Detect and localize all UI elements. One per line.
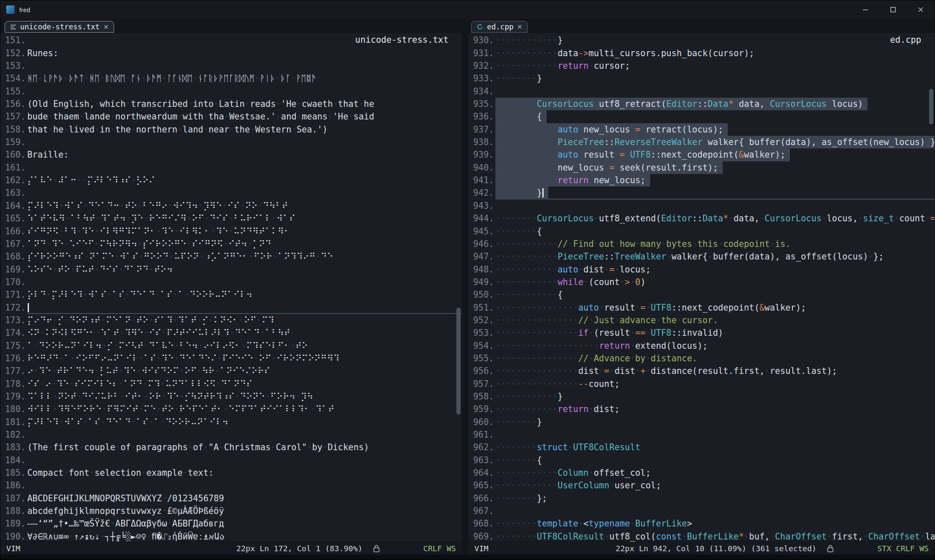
code-line[interactable]: 185.Compact·font·selection·example·text:	[0, 467, 462, 479]
code-line[interactable]: 168.⡎⠊⠗⠕⠕⠛⠑⠰⠎·⠝⠁⠍⠑·⠺⠁⠎·⠛⠕⠕⠙·⠥⠏⠕⠝·⠰⡡⠁⠝⠛⠑⠂…	[0, 250, 462, 263]
code-line[interactable]: 930.············}	[469, 34, 935, 47]
code-line[interactable]: 189.–—‘“”„†•…‰™œŠŸž€·ΑΒΓΔΩαβγδω·АБВГДабв…	[0, 517, 462, 530]
code-line[interactable]: 968.········template·<typename·BufferLik…	[469, 517, 935, 530]
close-button[interactable]	[907, 0, 935, 19]
minimize-button[interactable]	[852, 0, 879, 19]
tab-unicode-stress[interactable]: unicode-stress.txt	[5, 21, 114, 33]
code-line[interactable]: 966.········};	[469, 492, 935, 505]
code-line[interactable]: 155.	[0, 85, 462, 98]
code-line[interactable]: 187.ABCDEFGHIJKLMNOPQRSTUVWXYZ·/01234567…	[0, 492, 462, 505]
code-line[interactable]: 176.⠗⠑⠛⠜⠙·⠁·⠊⠕⠋⠋⠔⠤⠝⠁⠊⠇·⠁⠎·⠹⠑·⠙⠑⠁⠙⠑⠌·⠏⠊⠑⠊…	[0, 352, 462, 365]
code-line[interactable]: 941.············return·new_locus;	[469, 174, 935, 187]
code-line[interactable]: 942.········}	[469, 187, 935, 199]
code-line[interactable]: 186.	[0, 479, 462, 492]
code-line[interactable]: 951.················auto·result·=·UTF8::…	[469, 301, 935, 314]
code-line[interactable]: 182.	[0, 428, 462, 441]
editor-pane-code[interactable]: ed.cpp 929.················data->multi_c…	[469, 33, 935, 542]
scrollbar-thumb[interactable]	[929, 89, 933, 124]
code-line[interactable]: 180.⠺⠊⠇⠇·⠹⠻⠑⠋⠕⠗⠑·⠏⠻⠍⠊⠞·⠍⠑·⠞⠕·⠗⠑⠏⠑⠁⠞⠂·⠑⠍⠏…	[0, 403, 462, 415]
code-line[interactable]: 944.········CursorLocus·utf8_extend(Edit…	[469, 212, 935, 225]
code-line[interactable]: 948.············auto·dist·=·locus;	[469, 263, 935, 276]
code-line[interactable]: 961.	[469, 428, 935, 441]
code-line[interactable]: 183.(The·first·couple·of·paragraphs·of·"…	[0, 441, 462, 454]
scrollbar-thumb[interactable]	[456, 308, 461, 415]
code-line[interactable]: 956.················dist·=·dist·+·distan…	[469, 365, 935, 377]
code-line[interactable]: 184.	[0, 454, 462, 467]
code-line[interactable]: 946.············//·Find·out·how·many·byt…	[469, 238, 935, 250]
maximize-button[interactable]	[879, 0, 907, 19]
code-line[interactable]: 181.⡍⠜⠇⠑⠹·⠺⠁⠎·⠁⠎·⠙⠑⠁⠙·⠁⠎·⠁·⠙⠕⠕⠗⠤⠝⠁⠊⠇⠲	[0, 416, 462, 428]
code-line[interactable]: 969.········UTF8ColResult·utf8_col(const…	[469, 530, 935, 542]
code-line[interactable]: 171.⡕⠇⠙·⡍⠜⠇⠑⠹·⠺⠁⠎·⠁⠎·⠙⠑⠁⠙·⠁⠎·⠁·⠙⠕⠕⠗⠤⠝⠁⠊⠇…	[0, 288, 462, 301]
code-line[interactable]: 937.············auto·new_locus·=·retract…	[469, 123, 935, 136]
close-icon[interactable]	[517, 24, 522, 29]
code-line[interactable]: 936.········{	[469, 110, 935, 123]
code-line[interactable]: 154.ᚻᛖ·ᚳᚹᚫᚦ·ᚦᚫᛏ·ᚻᛖ·ᛒᚢᛞᛖ·ᚩᚾ·ᚦᚫᛗ·ᛚᚪᚾᛞᛖ·ᚾᚩᚱ…	[0, 72, 462, 85]
scrollbar[interactable]	[455, 33, 462, 542]
code-line[interactable]: 167.⠁⠝⠙·⠹⠑·⠡⠊⠑⠋·⠍⠳⠗⠝⠻⠲·⡎⠊⠗⠕⠕⠛⠑·⠎⠊⠛⠝⠫·⠊⠞⠲…	[0, 238, 462, 250]
code-line[interactable]: 964.············Column·offset_col;	[469, 467, 935, 479]
code-line[interactable]: 934.	[469, 85, 935, 98]
code-line[interactable]: 932.············return·cursor;	[469, 60, 935, 72]
code-line[interactable]: 174.⠪⠝·⠅⠝⠪⠇⠫⠛⠑⠂·⠱⠁⠞·⠹⠻⠑·⠊⠎·⠏⠜⠞⠊⠊⠥⠇⠜⠇⠹·⠙⠑…	[0, 327, 462, 339]
code-line[interactable]: 960.········}	[469, 416, 935, 428]
editor-pane-text[interactable]: unicode-stress.txt 150.ვეფხის·ტყაოსანი·შ…	[0, 33, 462, 542]
code-line[interactable]: 967.	[469, 505, 935, 517]
code-line[interactable]: 175.⠁·⠙⠕⠕⠗⠤⠝⠁⠊⠇⠲·⡊·⠍⠊⠣⠞·⠙⠁⠧⠑·⠃⠑⠲·⠔⠊⠇⠔⠫⠂·…	[0, 340, 462, 352]
code-line[interactable]: 939.············auto·result·=·UTF8::next…	[469, 148, 935, 161]
code-line[interactable]: 170.	[0, 276, 462, 288]
code-line[interactable]: 965.············UserColumn·user_col;	[469, 479, 935, 492]
code-line[interactable]: 173.⡍⠔⠙⠖·⡊·⠙⠕⠝⠰⠞·⠍⠑⠁⠝·⠞⠕·⠎⠁⠹·⠹⠁⠞·⡊·⠅⠝⠪⠂·…	[0, 314, 462, 327]
code-line[interactable]: 152.Runes:	[0, 47, 462, 60]
code-line[interactable]: 172.	[0, 301, 462, 314]
code-line[interactable]: 943.	[469, 200, 935, 212]
line-number: 173.	[0, 314, 27, 327]
line-number: 953.	[469, 327, 495, 339]
code-line[interactable]: 178.⠊⠎·⠔·⠹⠑·⠎⠊⠍⠊⠇⠑⠆·⠁⠝⠙·⠍⠹·⠥⠝⠙⠁⠇⠇⠪⠫·⠙⠁⠝⠙…	[0, 378, 462, 390]
code-line[interactable]: 157.bude·thaem·lande·northweardum·with·t…	[0, 110, 462, 123]
code-line[interactable]: 190.∀∂∈ℝ∧∪≡∞·↑↗↨↻⇣·┐┼╔╘░►☺♀·ﬁ�⑀₂ἠḂӥẄɐː⍎א…	[0, 530, 462, 542]
code-line[interactable]: 945.········{	[469, 225, 935, 238]
code-line[interactable]: 947.············PieceTree::TreeWalker·wa…	[469, 250, 935, 263]
code-line[interactable]: 959.············return·dist;	[469, 403, 935, 415]
code-line[interactable]: 952.················//·Just·advance·the·…	[469, 314, 935, 327]
code-line[interactable]: 938.············PieceTree::ReverseTreeWa…	[469, 136, 935, 148]
code-line[interactable]: 163.	[0, 187, 462, 199]
code-line[interactable]: 164.⡍⠜⠇⠑⠹·⠺⠁⠎·⠙⠑⠁⠙⠒·⠞⠕·⠃⠑⠛⠔·⠺⠊⠹⠲·⡹⠻⠑·⠊⠎·…	[0, 200, 462, 212]
code-line[interactable]: 933.········}	[469, 72, 935, 85]
scrollbar[interactable]	[928, 33, 935, 542]
code-line[interactable]: 160.Braille:	[0, 148, 462, 161]
pane-divider[interactable]	[462, 33, 469, 542]
code-line[interactable]: 940.············new_locus·=·seek(result.…	[469, 161, 935, 174]
line-number: 962.	[469, 441, 495, 454]
code-line[interactable]: 165.⠱⠁⠞⠑⠧⠻·⠁⠃⠳⠞·⠹⠁⠞⠲·⡹⠑·⠗⠑⠛⠊⠌⠻·⠕⠋·⠙⠊⠎·⠃⠥…	[0, 212, 462, 225]
code-line[interactable]: 954.····················return·extend(lo…	[469, 340, 935, 352]
code-line[interactable]: 161.	[0, 161, 462, 174]
close-icon[interactable]	[104, 24, 109, 29]
code-line[interactable]: 169.⠡⠕⠎⠑·⠞⠕·⠏⠥⠞·⠙⠊⠎·⠙⠁⠝⠙·⠞⠕⠲	[0, 263, 462, 276]
code-line[interactable]: 953.················if·(result·==·UTF8::…	[469, 327, 935, 339]
code-line[interactable]: 156.(Old·English,·which·transcribed·into…	[0, 98, 462, 110]
code-line[interactable]: 931.············data->multi_cursors.push…	[469, 47, 935, 60]
code-line[interactable]: 158.that·he·lived·in·the·northern·land·n…	[0, 123, 462, 136]
code-line[interactable]: 955.················//·Advance·by·distan…	[469, 352, 935, 365]
code-line[interactable]: 949.············while·(count·>·0)	[469, 276, 935, 288]
code-line[interactable]: 950.············{	[469, 288, 935, 301]
code-line[interactable]: 166.⠎⠊⠛⠝⠫·⠃⠹·⠹⠑·⠊⠇⠻⠛⠹⠍⠁⠝⠂·⠹⠑·⠊⠇⠻⠅⠂·⠹⠑·⠥⠝…	[0, 225, 462, 238]
code-line[interactable]: 962.········struct·UTF8ColResult	[469, 441, 935, 454]
code-line[interactable]: 935.········CursorLocus·utf8_retract(Edi…	[469, 98, 935, 110]
code-line[interactable]: 188.abcdefghijklmnopqrstuvwxyz·£©µÀÆÖÞßé…	[0, 505, 462, 517]
code-line[interactable]: 963.········{	[469, 454, 935, 467]
code-line[interactable]: 957.················--count;	[469, 378, 935, 390]
code-line[interactable]: 162.⡌⠁⠧⠑·⠼⠁⠒··⡍⠜⠇⠑⠹⠰⠎·⡣⠕⠌	[0, 174, 462, 187]
code-line[interactable]: 177.⠔·⠹⠑·⠞⠗⠁⠙⠑⠲·⡃⠥⠞·⠹⠑·⠺⠊⠎⠙⠕⠍·⠕⠋·⠳⠗·⠁⠝⠊⠑…	[0, 365, 462, 377]
lock-icon[interactable]	[373, 544, 380, 552]
code-line[interactable]: 958.············}	[469, 390, 935, 403]
code-line[interactable]: 153.	[0, 60, 462, 72]
line-number: 958.	[469, 390, 495, 403]
lock-icon[interactable]	[827, 544, 833, 552]
title-bar[interactable]: fred	[0, 0, 935, 19]
code-line[interactable]: 159.	[0, 136, 462, 148]
code-line[interactable]: 179.⠩⠁⠇⠇·⠝⠕⠞·⠙⠊⠌⠥⠗⠃·⠊⠞⠂·⠕⠗·⠹⠑·⡊⠳⠝⠞⠗⠹⠰⠎·⠙…	[0, 390, 462, 403]
tab-ed-cpp[interactable]: ed.cpp	[471, 21, 528, 33]
